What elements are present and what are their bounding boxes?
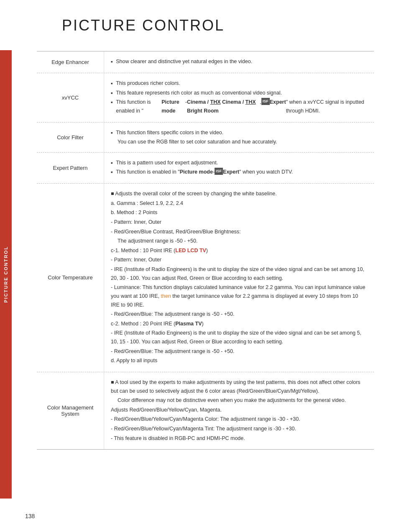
text-line: ■ A tool used by the experts to make adj…: [111, 378, 367, 395]
text-line: - Red/Green/Blue: The adjustment range i…: [111, 347, 367, 356]
text-line: - Pattern: Inner, Outer: [111, 256, 367, 264]
text-line: - Red/Green/Blue/Yellow/Cyan/Magenta Col…: [111, 415, 367, 424]
row-content-edge-enhancer: Show clearer and distinctive yet natural…: [104, 51, 374, 73]
text-line: Color difference may not be distinctive …: [111, 396, 367, 405]
table-row: Color Management System ■ A tool used by…: [37, 372, 374, 450]
row-label-xvycc: xvYCC: [37, 73, 104, 122]
sidebar: PICTURE CONTROL: [0, 50, 12, 499]
list-item: This produces richer colors.: [111, 79, 367, 88]
row-content-xvycc: This produces richer colors. This featur…: [104, 73, 374, 122]
row-label-cms: Color Management System: [37, 372, 104, 449]
text-line: c-1. Method : 10 Point IRE (LED LCD TV): [111, 246, 367, 255]
main-content: PICTURE CONTROL Edge Enhancer Show clear…: [12, 0, 399, 475]
sidebar-label: PICTURE CONTROL: [3, 246, 8, 303]
row-content-expert-pattern: This is a pattern used for expert adjust…: [104, 153, 374, 183]
page-number: 138: [25, 513, 35, 519]
text-line: - Luminance: This function displays calc…: [111, 283, 367, 309]
row-content-cms: ■ A tool used by the experts to make adj…: [104, 372, 374, 449]
table-row: Color Filter This function filters speci…: [37, 123, 374, 153]
table-row: xvYCC This produces richer colors. This …: [37, 73, 374, 123]
text-line: b. Method : 2 Points: [111, 208, 367, 217]
page-title: PICTURE CONTROL: [37, 0, 374, 47]
row-content-color-temp: ■ Adjusts the overall color of the scree…: [104, 184, 374, 372]
text-line: The adjustment range is -50 - +50.: [111, 237, 367, 246]
row-label-color-filter: Color Filter: [37, 123, 104, 152]
list-item: This function is enabled in "Picture mod…: [111, 168, 367, 176]
row-content-color-filter: This function filters specific colors in…: [104, 123, 374, 152]
row-label-color-temp: Color Temperature: [37, 184, 104, 372]
list-item: This feature represents rich color as mu…: [111, 89, 367, 97]
text-line: - Red/Green/Blue/Yellow/Cyan/Magenta Tin…: [111, 425, 367, 433]
sub-text: You can use the RGB filter to set color …: [111, 138, 367, 146]
table-row: Color Temperature ■ Adjusts the overall …: [37, 184, 374, 372]
text-line: - Red/Green/Blue: The adjustment range i…: [111, 310, 367, 319]
text-line: d. Apply to all inputs: [111, 356, 367, 365]
content-table: Edge Enhancer Show clearer and distincti…: [37, 51, 374, 450]
list-item: Show clearer and distinctive yet natural…: [111, 57, 367, 66]
list-item: This function is enabled in "Picture mod…: [111, 98, 367, 115]
text-line: ■ Adjusts the overall color of the scree…: [111, 189, 367, 198]
text-line: - IRE (Institute of Radio Engineers) is …: [111, 265, 367, 282]
text-line: Adjusts Red/Green/Blue/Yellow/Cyan, Mage…: [111, 406, 367, 414]
text-line: - Pattern: Inner, Outer: [111, 218, 367, 227]
text-line: a. Gamma : Select 1.9, 2.2, 2.4: [111, 199, 367, 208]
list-item: This is a pattern used for expert adjust…: [111, 159, 367, 167]
text-line: - Red/Green/Blue Contrast, Red/Green/Blu…: [111, 228, 367, 236]
list-item: This function filters specific colors in…: [111, 128, 367, 137]
table-row: Edge Enhancer Show clearer and distincti…: [37, 51, 374, 73]
table-row: Expert Pattern This is a pattern used fo…: [37, 153, 374, 184]
row-label-expert-pattern: Expert Pattern: [37, 153, 104, 183]
row-label-edge-enhancer: Edge Enhancer: [37, 51, 104, 73]
text-line: - This feature is disabled in RGB-PC and…: [111, 434, 367, 443]
text-line: c-2. Method : 20 Point IRE (Plasma TV): [111, 320, 367, 328]
text-line: - IRE (Institute of Radio Engineers) is …: [111, 329, 367, 346]
